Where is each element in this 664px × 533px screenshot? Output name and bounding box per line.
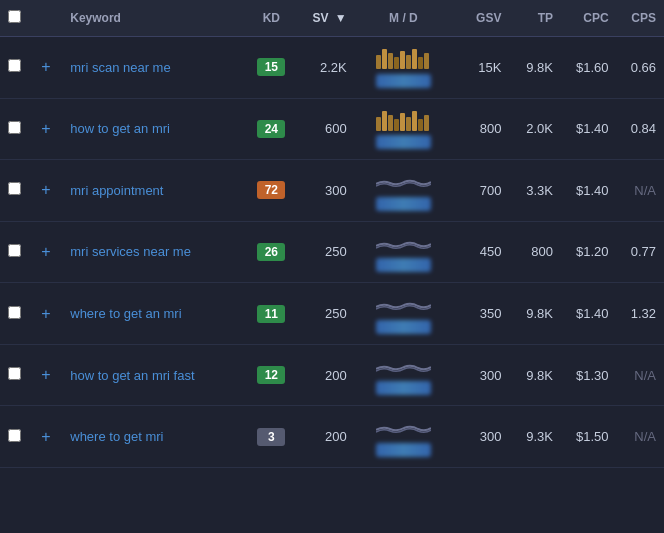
md-cell [355,406,452,468]
svg-rect-3 [394,57,399,69]
kd-cell: 12 [246,344,298,406]
tp-cell: 9.3K [509,406,561,468]
row-checkbox[interactable] [8,244,21,257]
svg-rect-5 [406,55,411,69]
cpc-cell: $1.40 [561,283,617,345]
cps-cell: 0.66 [617,37,664,99]
row-plus-cell[interactable]: + [33,160,62,222]
svg-rect-9 [376,117,381,131]
kd-badge: 12 [257,366,285,384]
cps-value: 1.32 [631,306,656,321]
gsv-cell: 300 [452,406,509,468]
kd-badge: 72 [257,181,285,199]
trend-svg [376,119,431,134]
tp-cell: 9.8K [509,283,561,345]
cpc-cell: $1.50 [561,406,617,468]
svg-rect-8 [424,53,429,69]
header-kd: KD [246,0,298,37]
kd-cell: 15 [246,37,298,99]
cps-value: 0.84 [631,121,656,136]
blur-trend-bar [376,74,431,88]
table-row: + mri appointment 72 300 700 3.3K $1.40 … [0,160,664,222]
keyword-cell[interactable]: how to get an mri fast [62,344,245,406]
table-row: + how to get an mri fast 12 200 300 9.8K… [0,344,664,406]
row-checkbox-cell [0,221,33,283]
trend-svg [376,365,431,380]
cps-cell: N/A [617,344,664,406]
svg-rect-16 [418,119,423,131]
row-checkbox-cell [0,160,33,222]
header-sv[interactable]: SV ▼ [297,0,355,37]
blur-trend-bar [376,197,431,211]
svg-rect-12 [394,119,399,131]
keyword-cell[interactable]: mri scan near me [62,37,245,99]
gsv-cell: 700 [452,160,509,222]
svg-rect-2 [388,53,393,69]
header-cps: CPS [617,0,664,37]
row-checkbox[interactable] [8,182,21,195]
header-tp: TP [509,0,561,37]
sv-cell: 250 [297,283,355,345]
row-checkbox[interactable] [8,367,21,380]
sort-arrow-sv: ▼ [335,11,347,25]
table-row: + mri services near me 26 250 450 800 $1… [0,221,664,283]
tp-cell: 2.0K [509,98,561,160]
trend-svg [376,426,431,441]
gsv-cell: 350 [452,283,509,345]
cps-cell: 1.32 [617,283,664,345]
sv-cell: 250 [297,221,355,283]
cpc-cell: $1.40 [561,98,617,160]
kd-cell: 26 [246,221,298,283]
kd-badge: 26 [257,243,285,261]
table-row: + how to get an mri 24 600 800 2.0K $1.4… [0,98,664,160]
table-row: + mri scan near me 15 2.2K 15K 9.8K $1.6… [0,37,664,99]
row-checkbox-cell [0,406,33,468]
sv-cell: 600 [297,98,355,160]
blur-trend-bar [376,443,431,457]
cpc-cell: $1.60 [561,37,617,99]
cps-cell: N/A [617,406,664,468]
row-plus-cell[interactable]: + [33,406,62,468]
blur-trend-bar [376,381,431,395]
cpc-cell: $1.20 [561,221,617,283]
cps-cell: 0.77 [617,221,664,283]
row-checkbox[interactable] [8,429,21,442]
row-plus-cell[interactable]: + [33,37,62,99]
row-plus-cell[interactable]: + [33,283,62,345]
row-checkbox[interactable] [8,121,21,134]
svg-rect-6 [412,49,417,69]
row-checkbox[interactable] [8,306,21,319]
svg-rect-13 [400,113,405,131]
kd-badge: 24 [257,120,285,138]
row-plus-cell[interactable]: + [33,344,62,406]
keyword-cell[interactable]: where to get an mri [62,283,245,345]
sv-cell: 2.2K [297,37,355,99]
keyword-cell[interactable]: mri appointment [62,160,245,222]
row-checkbox[interactable] [8,59,21,72]
trend-svg [376,303,431,318]
header-cpc: CPC [561,0,617,37]
keyword-cell[interactable]: mri services near me [62,221,245,283]
cps-value: 0.77 [631,244,656,259]
gsv-cell: 15K [452,37,509,99]
header-md: M / D [355,0,452,37]
sv-cell: 200 [297,406,355,468]
keyword-cell[interactable]: where to get mri [62,406,245,468]
row-checkbox-cell [0,37,33,99]
gsv-cell: 800 [452,98,509,160]
tp-cell: 9.8K [509,37,561,99]
row-plus-cell[interactable]: + [33,98,62,160]
header-keyword: Keyword [62,0,245,37]
svg-rect-0 [376,55,381,69]
keyword-cell[interactable]: how to get an mri [62,98,245,160]
gsv-cell: 300 [452,344,509,406]
kd-badge: 11 [257,305,285,323]
select-all-checkbox[interactable] [8,10,21,23]
tp-cell: 9.8K [509,344,561,406]
kd-cell: 3 [246,406,298,468]
row-plus-cell[interactable]: + [33,221,62,283]
md-cell [355,344,452,406]
row-checkbox-cell [0,344,33,406]
svg-rect-15 [412,111,417,131]
cps-na: N/A [634,183,656,198]
